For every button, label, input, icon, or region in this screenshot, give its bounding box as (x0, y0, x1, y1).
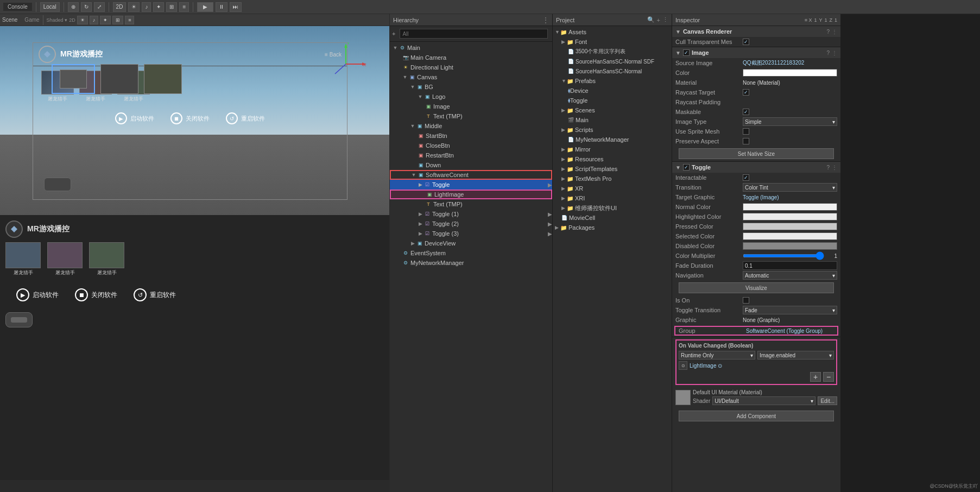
tree-item-camera[interactable]: 📷 Main Camera (390, 53, 552, 62)
toggle-trans-dropdown[interactable]: Fade ▾ (743, 306, 837, 314)
add-component-btn[interactable]: Add Component (679, 411, 834, 421)
shader-dropdown[interactable]: UI/Default ▾ (712, 396, 815, 405)
restart-btn[interactable]: ↺ 重启软件 (226, 112, 265, 124)
color-swatch[interactable] (743, 69, 837, 77)
project-search-icon[interactable]: 🔍 (647, 16, 655, 23)
tree-item-bg[interactable]: ▼ ▣ BG (390, 82, 552, 92)
project-plus-icon[interactable]: + (657, 17, 660, 23)
graphic-value[interactable]: None (Graphic) (743, 317, 837, 323)
set-native-btn[interactable]: Set Native Size (679, 148, 834, 159)
local-button[interactable]: Local (40, 2, 60, 12)
event-add-btn[interactable]: + (810, 372, 821, 382)
gizmos-toggle[interactable]: ≡ (179, 2, 189, 12)
tree-item-deviceview[interactable]: ▶ ▣ DeviceView (390, 238, 552, 248)
pressed-color-swatch[interactable] (743, 223, 837, 230)
hierarchy-add-btn[interactable]: + (392, 30, 395, 37)
fx-button[interactable]: ✦ (153, 2, 164, 12)
cr-menu[interactable]: ⋮ (832, 29, 837, 35)
file-sdf[interactable]: 📄 SourceHanSansSC-Normal SDF (553, 56, 672, 66)
selected-color-swatch[interactable] (743, 232, 837, 240)
scene-light-btn[interactable]: ☀ (77, 16, 88, 24)
disabled-color-swatch[interactable] (743, 242, 837, 250)
scene-tab[interactable]: Scene (2, 17, 17, 23)
tree-item-texttmp2[interactable]: T Text (TMP) (390, 199, 552, 209)
function-dropdown[interactable]: Image.enabled ▾ (757, 351, 834, 359)
lighting-button[interactable]: ☀ (128, 2, 140, 12)
folder-font[interactable]: ▶ 📁 Font (553, 37, 672, 47)
material-value[interactable]: None (Material) (743, 80, 837, 86)
runtime-dropdown[interactable]: Runtime Only ▾ (679, 351, 755, 359)
image-type-dropdown[interactable]: Simple ▾ (743, 117, 837, 126)
cr-help[interactable]: ? (826, 29, 830, 35)
tree-item-image[interactable]: ▣ Image (390, 102, 552, 111)
folder-scenes[interactable]: ▶ 📁 Scenes (553, 105, 672, 115)
img-menu[interactable]: ⋮ (832, 50, 837, 56)
start-btn[interactable]: ▶ 启动软件 (115, 112, 154, 124)
tree-item-texttmp[interactable]: T Text (TMP) (390, 111, 552, 121)
tree-item-middle[interactable]: ▼ ▣ Middle (390, 121, 552, 131)
prefab-toggle[interactable]: ⧫ Toggle (553, 96, 672, 105)
normal-color-swatch[interactable] (743, 203, 837, 211)
folder-textmesh[interactable]: ▶ 📁 TextMesh Pro (553, 174, 672, 184)
tree-item-closebtn[interactable]: ▣ CloseBtn (390, 141, 552, 150)
file-hanzi[interactable]: 📄 3500个常用汉字列表 (553, 47, 672, 56)
toggle-help[interactable]: ? (826, 165, 830, 171)
tree-item-startbtn[interactable]: ▣ StartBtn (390, 131, 552, 141)
folder-scripttemplates[interactable]: ▶ 📁 ScriptTemplates (553, 164, 672, 174)
tree-item-restartbtn[interactable]: ▣ RestartBtn (390, 150, 552, 160)
game-restart-btn[interactable]: ↺ 重启软件 (134, 288, 176, 301)
tree-item-toggle2[interactable]: ▶ ☑ Toggle (2) ▶ (390, 219, 552, 229)
move-tool-button[interactable]: ⊕ (68, 2, 79, 12)
raycast-checkbox[interactable] (743, 89, 749, 96)
folder-xr[interactable]: ▶ 📁 XR (553, 184, 672, 193)
console-tab[interactable]: Console (3, 3, 32, 11)
folder-prefabs[interactable]: ▼ 📁 Prefabs (553, 76, 672, 86)
scene-gizmos-btn[interactable]: ≡ (125, 16, 134, 24)
folder-scripts[interactable]: ▶ 📁 Scripts (553, 125, 672, 135)
tree-item-softwareconent[interactable]: ▼ ▣ SoftwareConent (390, 170, 552, 180)
2d-toggle[interactable]: 2D (69, 17, 75, 23)
scene-hidden-btn[interactable]: ⊞ (112, 16, 123, 24)
transition-dropdown[interactable]: Color Tint ▾ (743, 183, 837, 192)
tree-item-toggle1[interactable]: ▶ ☑ Toggle (1) ▶ (390, 209, 552, 219)
cull-checkbox[interactable] (743, 39, 749, 45)
edit-btn[interactable]: Edit... (818, 396, 837, 405)
is-on-checkbox[interactable] (743, 297, 749, 304)
maskable-checkbox[interactable] (743, 109, 749, 115)
hierarchy-search[interactable] (400, 29, 548, 39)
color-mult-slider[interactable] (743, 254, 824, 257)
audio-button[interactable]: ♪ (142, 2, 151, 12)
event-obj-picker[interactable]: ⊙ (679, 361, 687, 370)
folder-assets[interactable]: ▼ 📁 Assets (553, 27, 672, 37)
stop-btn[interactable]: ⏹ 关闭软件 (170, 112, 210, 124)
scene-audio-btn[interactable]: ♪ (90, 16, 99, 24)
step-button[interactable]: ⏭ (230, 2, 242, 12)
interactable-checkbox[interactable] (743, 174, 749, 181)
scene-main[interactable]: 🎬 Main (553, 115, 672, 125)
play-button[interactable]: ▶ (197, 2, 213, 12)
img-help[interactable]: ? (826, 50, 830, 56)
rotate-tool-button[interactable]: ↻ (81, 2, 92, 12)
tree-item-toggle3[interactable]: ▶ ☑ Toggle (3) ▶ (390, 229, 552, 238)
event-minus-btn[interactable]: − (823, 372, 834, 382)
fade-dur-input[interactable] (743, 261, 837, 270)
group-value[interactable]: SoftwareConent (Toggle Group) (746, 328, 834, 334)
prefab-device[interactable]: ⧫ Device (553, 86, 672, 96)
use-sprite-checkbox[interactable] (743, 128, 749, 135)
folder-packages[interactable]: ▶ 📁 Packages (553, 223, 672, 232)
tree-item-eventsystem[interactable]: ⚙ EventSystem (390, 248, 552, 258)
event-obj-value[interactable]: LightImage ⊙ (690, 363, 722, 369)
img-enable[interactable] (683, 49, 690, 56)
visualize-btn[interactable]: Visualize (679, 282, 834, 293)
highlighted-color-swatch[interactable] (743, 213, 837, 220)
game-stop-btn[interactable]: ⏹ 关闭软件 (75, 288, 117, 301)
tree-item-down[interactable]: ▣ Down (390, 160, 552, 170)
game-start-btn[interactable]: ▶ 启动软件 (16, 288, 59, 301)
file-normal[interactable]: 📄 SourceHanSansSC-Normal (553, 66, 672, 76)
tree-item-main[interactable]: ▼ ⚙ Main (390, 43, 552, 53)
folder-resources[interactable]: ▶ 📁 Resources (553, 154, 672, 164)
shaded-dropdown[interactable]: Shaded ▾ (47, 17, 68, 23)
toggle-menu[interactable]: ⋮ (832, 165, 837, 171)
tree-item-canvas[interactable]: ▼ ▣ Canvas (390, 72, 552, 82)
tree-item-lightimage[interactable]: ▣ LightImage (390, 190, 552, 199)
